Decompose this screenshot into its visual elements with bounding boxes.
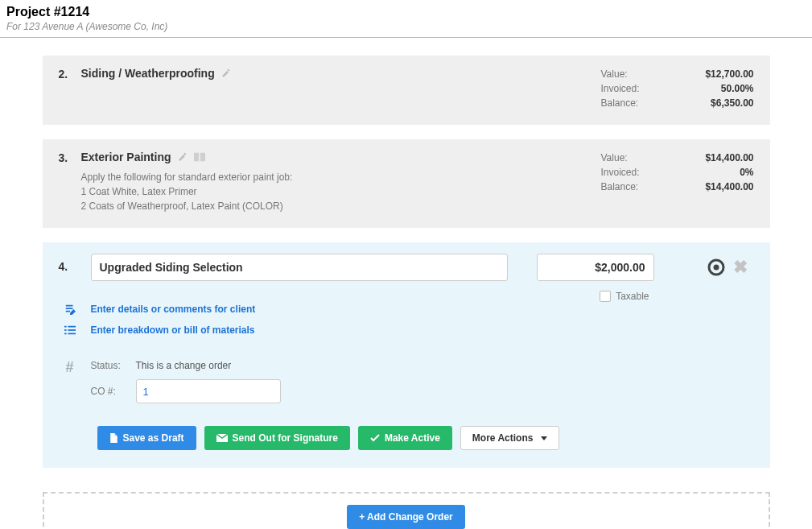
add-change-order-zone: + Add Change Order <box>43 492 770 529</box>
file-icon <box>109 433 118 443</box>
target-icon[interactable] <box>707 258 725 276</box>
line-number: 2. <box>59 67 81 81</box>
pencil-icon[interactable] <box>178 152 188 162</box>
status-label: Status: <box>91 360 136 371</box>
send-signature-button[interactable]: Send Out for Signature <box>204 426 350 450</box>
save-draft-button[interactable]: Save as Draft <box>97 426 196 450</box>
enter-details-link[interactable]: Enter details or comments for client <box>91 304 256 315</box>
co-number-input[interactable] <box>136 379 281 403</box>
svg-rect-7 <box>68 329 76 331</box>
svg-rect-9 <box>68 333 76 335</box>
line-title: Siding / Weatherproofing <box>81 67 215 80</box>
svg-point-3 <box>713 265 719 271</box>
status-text: This is a change order <box>136 360 232 371</box>
hash-icon: # <box>59 360 81 374</box>
pencil-icon[interactable] <box>221 68 231 78</box>
line-item: 2. Siding / Weatherproofing Value:$12,70… <box>43 56 770 125</box>
svg-rect-1 <box>200 153 204 162</box>
delete-icon[interactable]: ✖ <box>733 258 748 276</box>
taxable-checkbox[interactable] <box>600 291 611 302</box>
columns-icon[interactable] <box>194 152 205 162</box>
enter-breakdown-link[interactable]: Enter breakdown or bill of materials <box>91 324 255 336</box>
project-title: Project #1214 <box>6 5 806 19</box>
envelope-icon <box>216 434 228 442</box>
list-icon <box>59 324 81 336</box>
caret-down-icon <box>541 436 547 440</box>
check-icon <box>370 434 380 442</box>
svg-rect-4 <box>64 326 67 328</box>
line-item-editing: 4. ✖ Taxable <box>43 242 770 468</box>
page-header: Project #1214 For 123 Avenue A (Awesome … <box>0 0 812 38</box>
line-financials: Value:$12,700.00 Invoiced:50.00% Balance… <box>601 67 754 110</box>
more-actions-button[interactable]: More Actions <box>460 426 560 450</box>
svg-rect-6 <box>64 329 67 331</box>
line-financials: Value:$14,400.00 Invoiced:0% Balance:$14… <box>601 151 754 194</box>
line-title: Exterior Painting <box>81 151 171 163</box>
line-number: 4. <box>59 254 91 273</box>
svg-rect-0 <box>194 153 199 162</box>
taxable-label: Taxable <box>616 291 649 302</box>
project-subtitle: For 123 Avenue A (Awesome Co, Inc) <box>6 21 806 32</box>
line-number: 3. <box>59 151 81 164</box>
svg-rect-8 <box>64 333 67 335</box>
line-description: Apply the following for standard exterio… <box>81 170 601 213</box>
edit-note-icon <box>59 304 81 315</box>
make-active-button[interactable]: Make Active <box>358 426 452 450</box>
item-value-input[interactable] <box>537 254 654 281</box>
item-title-input[interactable] <box>91 254 508 281</box>
add-change-order-button[interactable]: + Add Change Order <box>347 505 465 529</box>
co-number-label: CO #: <box>91 386 136 397</box>
svg-rect-5 <box>68 326 76 328</box>
line-item: 3. Exterior Painting Apply the following… <box>43 139 770 228</box>
